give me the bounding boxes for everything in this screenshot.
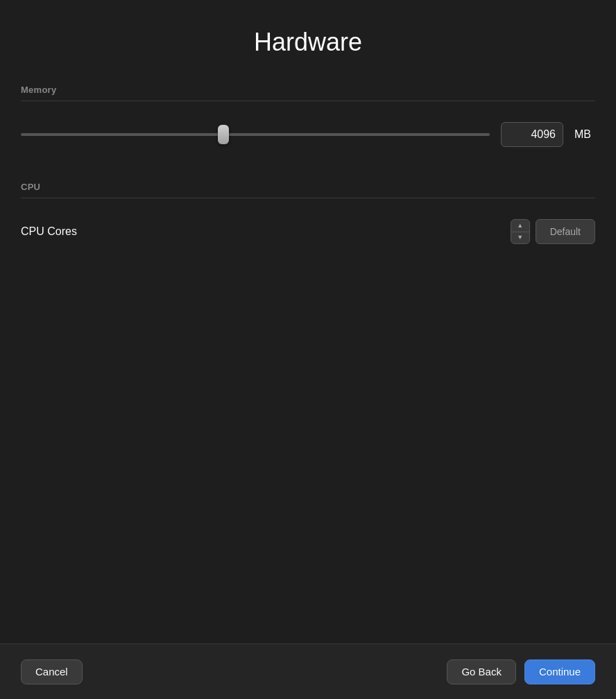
- cpu-cores-row: CPU Cores ▲ ▼ Default: [21, 212, 595, 251]
- memory-divider: [21, 101, 595, 101]
- cpu-cores-stepper[interactable]: ▲ ▼: [511, 219, 530, 244]
- stepper-up-button[interactable]: ▲: [511, 220, 529, 232]
- stepper-down-button[interactable]: ▼: [511, 232, 529, 244]
- memory-slider[interactable]: [21, 133, 490, 136]
- memory-section: Memory MB: [21, 85, 595, 154]
- go-back-button[interactable]: Go Back: [447, 659, 516, 684]
- footer-right: Go Back Continue: [447, 659, 595, 684]
- footer: Cancel Go Back Continue: [0, 644, 616, 699]
- page-title: Hardware: [21, 28, 595, 57]
- memory-slider-wrapper: [21, 124, 490, 145]
- cpu-cores-label: CPU Cores: [21, 225, 511, 238]
- cpu-section-label: CPU: [21, 182, 595, 192]
- memory-unit-label: MB: [574, 128, 595, 141]
- memory-controls: MB: [21, 115, 595, 154]
- memory-section-label: Memory: [21, 85, 595, 95]
- memory-value-input[interactable]: [501, 122, 563, 147]
- cpu-section: CPU CPU Cores ▲ ▼ Default: [21, 182, 595, 251]
- continue-button[interactable]: Continue: [524, 659, 595, 684]
- cpu-cores-default-button[interactable]: Default: [536, 219, 595, 244]
- cpu-divider: [21, 198, 595, 198]
- cancel-button[interactable]: Cancel: [21, 659, 83, 684]
